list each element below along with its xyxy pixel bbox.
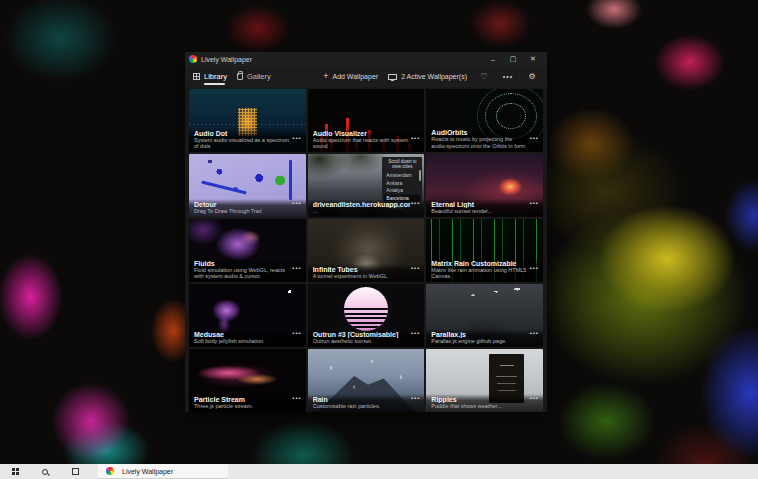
tile-audiorbits[interactable]: AudiOrbits Reacts to music by projecting…: [426, 89, 543, 152]
outrun-sun: [344, 287, 388, 331]
heart-icon: ♡: [480, 72, 487, 81]
tile-matrix-rain[interactable]: Matrix Rain Customizable Matrix like rai…: [426, 219, 543, 282]
tile-more-button[interactable]: •••: [292, 200, 301, 206]
tile-title: Audio Dot: [194, 130, 292, 137]
tile-more-button[interactable]: •••: [292, 330, 301, 336]
monitor-icon: [388, 74, 397, 80]
tile-subtitle: Three.js particle stream.: [194, 403, 292, 410]
tile-audio-dot[interactable]: Audio Dot System audio visualized as a s…: [189, 89, 306, 152]
taskbar-app-lively[interactable]: Lively Wallpaper: [98, 464, 228, 479]
tile-eternal-light[interactable]: Eternal Light Beautiful sunset render...…: [426, 154, 543, 217]
active-wallpapers-label: 2 Active Wallpaper(s): [401, 73, 467, 80]
tile-rain[interactable]: Rain Customisable rain particles. •••: [308, 349, 425, 412]
tile-more-button[interactable]: •••: [530, 395, 539, 401]
tile-more-button[interactable]: •••: [292, 135, 301, 141]
tile-subtitle: System audio visualized as a spectrum of…: [194, 137, 292, 150]
taskbar: Lively Wallpaper: [0, 464, 758, 479]
tile-title: Infinite Tubes: [313, 266, 411, 273]
city-option[interactable]: Antalya: [384, 187, 420, 195]
window-title: Lively Wallpaper: [201, 56, 483, 63]
tile-title: Fluids: [194, 260, 292, 267]
tile-driveandlisten[interactable]: Scroll down to view cities Amsterdam Ank…: [308, 154, 425, 217]
tile-subtitle: ...: [313, 208, 411, 215]
windows-logo-icon: [12, 468, 19, 475]
lively-app-icon: [106, 467, 114, 475]
city-option[interactable]: Amsterdam: [384, 172, 420, 180]
tile-outrun[interactable]: Outrun #3 [Customisable] Outrun aestheti…: [308, 284, 425, 347]
bag-icon: [237, 73, 243, 80]
tile-title: driveandlisten.herokuapp.com: [313, 201, 411, 208]
tile-more-button[interactable]: •••: [292, 265, 301, 271]
active-tab-underline: [204, 83, 225, 85]
tile-parallaxjs[interactable]: Parallax.js Parallax.js engine github pa…: [426, 284, 543, 347]
tile-more-button[interactable]: •••: [530, 330, 539, 336]
tile-title: Medusae: [194, 331, 292, 338]
tile-more-button[interactable]: •••: [530, 200, 539, 206]
grid-icon: [193, 73, 200, 80]
tile-title: Outrun #3 [Customisable]: [313, 331, 411, 338]
add-wallpaper-label: Add Wallpaper: [332, 73, 378, 80]
tile-title: Parallax.js: [431, 331, 529, 338]
search-icon: [42, 469, 48, 475]
task-view-button[interactable]: [60, 464, 90, 479]
tile-particle-stream[interactable]: Particle Stream Three.js particle stream…: [189, 349, 306, 412]
tab-gallery-label: Gallery: [247, 72, 271, 81]
tile-audio-visualizer[interactable]: Audio Visualizer Audio spectrum that rea…: [308, 89, 425, 152]
tile-title: Detour: [194, 201, 292, 208]
tile-subtitle: Reacts to music by projecting the audio-…: [431, 136, 529, 150]
more-menu-button[interactable]: •••: [501, 73, 515, 80]
tile-medusae[interactable]: Medusae Soft body jellyfish simulation. …: [189, 284, 306, 347]
tile-more-button[interactable]: •••: [530, 265, 539, 271]
tile-title: Eternal Light: [431, 201, 529, 208]
tile-subtitle: Outrun aesthetic sunset.: [313, 338, 411, 345]
lively-app-icon: [189, 55, 197, 63]
tile-more-button[interactable]: •••: [411, 200, 420, 206]
close-button[interactable]: ✕: [523, 52, 543, 66]
window-titlebar[interactable]: Lively Wallpaper – ▢ ✕: [185, 52, 547, 66]
tile-subtitle: Parallax.js engine github page.: [431, 338, 529, 345]
task-view-icon: [72, 468, 79, 475]
tile-title: Ripples: [431, 396, 529, 403]
tile-subtitle: Customisable rain particles.: [313, 403, 411, 410]
tile-more-button[interactable]: •••: [292, 395, 301, 401]
tile-title: Audio Visualizer: [313, 130, 411, 137]
tile-subtitle: Drag To Draw Through Trail: [194, 208, 292, 215]
tile-title: Matrix Rain Customizable: [431, 260, 529, 267]
tile-more-button[interactable]: •••: [530, 135, 539, 141]
tile-more-button[interactable]: •••: [411, 330, 420, 336]
minimize-button[interactable]: –: [483, 52, 503, 66]
active-wallpapers-button[interactable]: 2 Active Wallpaper(s): [388, 73, 467, 80]
maximize-button[interactable]: ▢: [503, 52, 523, 66]
favorites-button[interactable]: ♡: [477, 72, 491, 81]
tile-infinite-tubes[interactable]: Infinite Tubes A tunnel experiment in We…: [308, 219, 425, 282]
settings-button[interactable]: ⚙: [525, 72, 539, 81]
start-button[interactable]: [0, 464, 30, 479]
city-option[interactable]: Ankara: [384, 180, 420, 188]
add-wallpaper-button[interactable]: + Add Wallpaper: [323, 72, 378, 81]
tile-subtitle: Puddle that shows weather...: [431, 403, 529, 410]
tab-library[interactable]: Library: [193, 66, 227, 87]
lively-wallpaper-window: Lively Wallpaper – ▢ ✕ Library Gallery +…: [185, 52, 547, 412]
tile-detour[interactable]: Detour Drag To Draw Through Trail •••: [189, 154, 306, 217]
city-dropdown[interactable]: Scroll down to view cities Amsterdam Ank…: [382, 157, 422, 201]
tile-subtitle: Fluid simulation using WebGL, reacts wit…: [194, 267, 292, 280]
taskbar-search-button[interactable]: [30, 464, 60, 479]
tile-more-button[interactable]: •••: [411, 395, 420, 401]
tile-more-button[interactable]: •••: [411, 135, 420, 141]
tile-subtitle: Soft body jellyfish simulation.: [194, 338, 292, 345]
plus-icon: +: [323, 72, 328, 81]
tile-title: Particle Stream: [194, 396, 292, 403]
tile-title: Rain: [313, 396, 411, 403]
tile-more-button[interactable]: •••: [411, 265, 420, 271]
tile-subtitle: Matrix like rain animation using HTML5 C…: [431, 267, 529, 280]
tile-subtitle: Beautiful sunset render...: [431, 208, 529, 215]
library-content: Audio Dot System audio visualized as a s…: [185, 87, 547, 412]
tile-fluids[interactable]: Fluids Fluid simulation using WebGL, rea…: [189, 219, 306, 282]
more-icon: •••: [503, 73, 513, 80]
tab-gallery[interactable]: Gallery: [237, 66, 271, 87]
taskbar-app-label: Lively Wallpaper: [122, 468, 173, 475]
tile-ripples[interactable]: Ripples Puddle that shows weather... •••: [426, 349, 543, 412]
toolbar: Library Gallery + Add Wallpaper 2 Active…: [185, 66, 547, 87]
tile-title: AudiOrbits: [431, 129, 529, 136]
tile-subtitle: Audio spectrum that reacts with system s…: [313, 137, 411, 150]
